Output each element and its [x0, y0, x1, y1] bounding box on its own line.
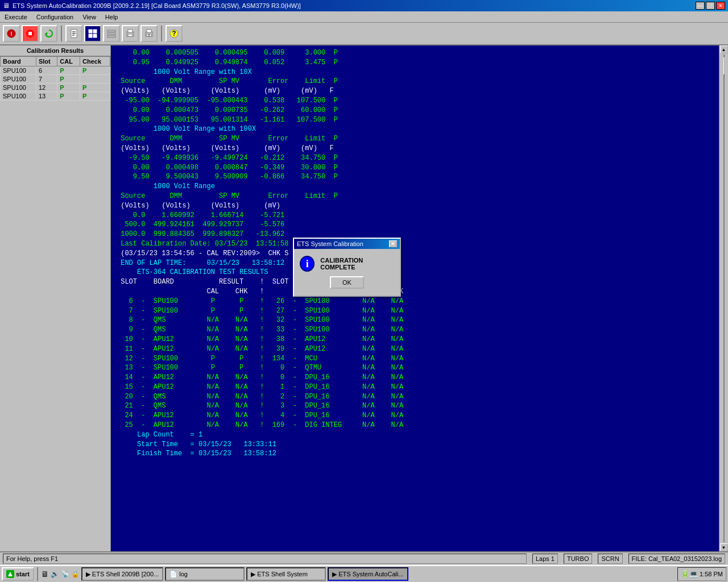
cal-cell-cal: P [57, 75, 80, 84]
terminal-line: (03/15/23 13:54:56 - CAL REV:2009> CHK S [117, 249, 713, 259]
svg-rect-20 [147, 30, 151, 32]
toolbar-separator-2 [161, 26, 162, 41]
svg-rect-18 [128, 34, 133, 36]
taskbar-item-4[interactable]: ▶ ETS System AutoCali... [328, 567, 408, 581]
scrollbar[interactable]: ▲ ▼ [719, 45, 728, 551]
terminal-line: Source DMM SP MV Error Limit P [117, 134, 713, 144]
cal-cell-board: SPU100 [1, 92, 36, 101]
terminal-line: 12 - SPU100 P P ! 134 - MCU N/A N/A [117, 354, 713, 364]
taskbar-item-1[interactable]: ▶ ETS Shell 2009B [200... [81, 567, 163, 581]
terminal-line: 0.00 0.000505 0.000495 0.009 3.000 P [117, 48, 713, 58]
scroll-thumb[interactable] [723, 57, 725, 74]
col-cal: CAL [57, 57, 80, 66]
window-title: ETS System AutoCalibration 2009B [2009.2… [13, 2, 301, 9]
menu-execute[interactable]: Execute [0, 13, 32, 22]
terminal-line: 9.50 9.500043 9.500909 -0.866 34.750 P [117, 172, 713, 182]
maximize-button[interactable]: □ [706, 2, 715, 10]
terminal-content: 0.00 0.000505 0.000495 0.009 3.000 P 0.9… [117, 48, 713, 459]
dialog-message: CALIBRATION COMPLETE [320, 257, 394, 271]
toolbar-icon1[interactable]: ! [3, 25, 20, 42]
terminal-line: 21 - QMS N/A N/A ! 3 - DPU_16 N/A N/A [117, 401, 713, 411]
taskbar-item-2[interactable]: 📄 log [165, 567, 245, 581]
svg-text:!: ! [10, 31, 13, 38]
turbo-status: TURBO [564, 554, 593, 564]
terminal-line: 1000.0 999.884365 999.898327 -13.962 [117, 230, 713, 239]
cal-cell-board: SPU100 [1, 75, 36, 84]
svg-rect-17 [128, 30, 133, 32]
file-status: FILE: Cal_TEA02_03152023.log [628, 554, 725, 564]
toolbar-help[interactable]: ? [166, 25, 183, 42]
toolbar-grid[interactable] [84, 25, 101, 42]
start-label: start [16, 571, 30, 577]
taskbar-item-4-icon: ▶ [332, 571, 337, 578]
menu-bar: Execute Configuration View Help [0, 11, 728, 23]
svg-rect-15 [107, 36, 115, 38]
menu-view[interactable]: View [78, 13, 101, 22]
terminal-line: 8 - QMS N/A N/A ! 32 - SPU100 N/A N/A [117, 315, 713, 325]
help-text: For Help, press F1 [3, 554, 527, 564]
terminal: 0.00 0.000505 0.000495 0.009 3.000 P 0.9… [111, 45, 719, 551]
dialog-close-button[interactable]: ✕ [389, 240, 397, 247]
start-button[interactable]: start [2, 567, 34, 581]
taskbar-clock: 🔋💻 1:58 PM [677, 567, 726, 581]
col-slot: Slot [36, 57, 57, 66]
menu-help[interactable]: Help [101, 13, 123, 22]
close-button[interactable]: ✕ [716, 2, 725, 10]
taskbar: start 🖥 🔊 📡 🔒 ▶ ETS Shell 2009B [200... … [0, 565, 728, 582]
dialog-title-bar: ETS System Calibration ✕ [294, 239, 400, 249]
terminal-line: 9 - QMS N/A N/A ! 33 - SPU100 N/A N/A [117, 325, 713, 335]
terminal-line: 11 - APU12 N/A N/A ! 39 - APU12 N/A N/A [117, 344, 713, 354]
taskbar-icons-group: 🔋💻 [681, 570, 698, 578]
terminal-line: 14 - APU12 N/A N/A ! 0 - DPU_16 N/A N/A [117, 373, 713, 383]
terminal-line: -9.50 -9.499936 -9.499724 -0.212 34.750 … [117, 153, 713, 163]
cal-table-row: SPU10013PP [1, 92, 110, 101]
dialog-title-text: ETS System Calibration [297, 240, 363, 247]
status-bar: For Help, press F1 Laps 1 TURBO SCRN FIL… [0, 551, 728, 565]
toolbar-print1[interactable] [122, 25, 139, 42]
toolbar-print2[interactable] [140, 25, 158, 42]
terminal-line: (Volts) (Volts) (Volts) (mV) (mV) F [117, 86, 713, 96]
toolbar-stop[interactable] [22, 25, 39, 42]
terminal-line: Finish Time = 03/15/23 13:58:12 [117, 449, 713, 459]
cal-cell-check: P [80, 84, 110, 92]
scroll-track[interactable] [723, 55, 725, 542]
title-bar-left: 🖥 ETS System AutoCalibration 2009B [2009… [3, 2, 301, 10]
col-check: Check [80, 57, 110, 66]
menu-configuration[interactable]: Configuration [32, 13, 78, 22]
cal-cell-board: SPU100 [1, 66, 36, 75]
title-bar-controls: — □ ✕ [696, 2, 725, 10]
terminal-line: 10 - APU12 N/A N/A ! 38 - APU12 N/A N/A [117, 335, 713, 344]
toolbar-doc[interactable] [65, 25, 82, 42]
taskbar-item-3-icon: ▶ [251, 571, 255, 578]
cal-cell-check: P [80, 66, 110, 75]
main-area: Calibration Results Board Slot CAL Check… [0, 45, 728, 551]
terminal-line: 0.00 0.000498 0.000847 -0.349 30.000 P [117, 163, 713, 173]
taskbar-icon2: 🔊 [51, 570, 59, 578]
cal-results-header: Calibration Results [0, 45, 110, 56]
toolbar-list[interactable] [103, 25, 120, 42]
toolbar: ! ? [0, 23, 728, 45]
svg-text:?: ? [172, 30, 176, 38]
taskbar-item-2-label: log [179, 571, 188, 577]
scroll-down-button[interactable]: ▼ [720, 543, 728, 551]
scroll-up-button[interactable]: ▲ [720, 45, 728, 53]
terminal-line: 0.00 0.000473 0.000735 -0.262 60.000 P [117, 106, 713, 115]
taskbar-item-3[interactable]: ▶ ETS Shell System [246, 567, 326, 581]
minimize-button[interactable]: — [696, 2, 705, 10]
taskbar-icon4: 🔒 [71, 570, 80, 578]
app-icon: 🖥 [3, 2, 10, 10]
terminal-line: (Volts) (Volts) (Volts) (mV) [117, 201, 713, 211]
cal-cell-cal: P [57, 66, 80, 75]
svg-rect-13 [107, 30, 115, 32]
cal-table-row: SPU1007P [1, 75, 110, 84]
toolbar-refresh[interactable] [40, 25, 57, 42]
taskbar-item-2-icon: 📄 [169, 571, 177, 578]
col-board: Board [1, 57, 36, 66]
taskbar-icon1: 🖥 [41, 569, 49, 579]
svg-rect-12 [93, 34, 97, 38]
ok-button[interactable]: OK [330, 276, 364, 289]
info-icon: i [300, 256, 315, 272]
calibration-complete-dialog: ETS System Calibration ✕ i CALIBRATION C… [293, 238, 401, 297]
terminal-line: END OF LAP TIME: 03/15/23 13:58:12 [117, 259, 713, 268]
scrn-status: SCRN [598, 554, 622, 564]
